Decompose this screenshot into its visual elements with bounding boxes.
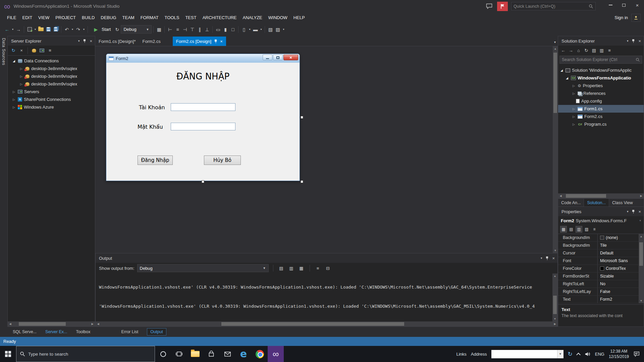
previous-message-icon[interactable]: ▥ [288, 264, 295, 272]
property-row[interactable]: RightToLeftLay False [558, 288, 644, 296]
bring-to-front-icon[interactable]: ▧ [267, 25, 274, 34]
pin-tab-icon[interactable] [214, 39, 218, 44]
tree-item-form1[interactable]: ▷ Form1.cs [558, 105, 644, 113]
scroll-left-icon[interactable]: ◀ [8, 321, 13, 326]
form-designer-surface[interactable]: Form2 × ĐĂNG NHẬP Tài Khoản Mật Khẩu [95, 46, 558, 253]
chrome-button[interactable] [252, 346, 268, 362]
home-icon[interactable]: ⌂ [575, 47, 582, 54]
toolbar-overflow-icon[interactable]: ▾ [281, 25, 285, 34]
property-row[interactable]: RightToLeft No [558, 280, 644, 288]
volume-icon[interactable] [584, 351, 591, 357]
vertical-spacing-icon[interactable]: ▬ [252, 25, 259, 34]
form-minimize-button[interactable] [263, 55, 272, 60]
tree-item-servers[interactable]: ▷ Servers [8, 88, 95, 96]
properties-icon[interactable]: ≡ [606, 47, 613, 54]
vertical-spacing-dropdown[interactable]: ▾ [259, 25, 263, 34]
make-same-width-icon[interactable]: ▭ [214, 25, 222, 34]
collapse-all-icon[interactable]: ▤ [590, 47, 598, 54]
scrollbar-thumb[interactable] [566, 194, 606, 198]
scroll-up-icon[interactable]: ▲ [639, 234, 644, 239]
sync-active-document-icon[interactable]: ↻ [583, 47, 590, 54]
expander-icon[interactable]: ▷ [572, 115, 576, 118]
solution-search-input[interactable] [562, 57, 636, 62]
restart-icon[interactable]: ↻ [113, 25, 121, 34]
close-panel-icon[interactable]: × [552, 256, 555, 261]
save-all-icon[interactable] [52, 25, 59, 34]
maximize-button[interactable] [617, 0, 631, 10]
solution-explorer-hscrollbar[interactable]: ◀ ▶ [558, 193, 644, 198]
tab-toolbox[interactable]: Toolbox [76, 329, 90, 334]
menu-format[interactable]: FORMAT [138, 12, 162, 23]
clear-all-icon[interactable]: ≡ [314, 264, 322, 272]
go-to-message-icon[interactable]: ▤ [278, 264, 285, 272]
property-row[interactable]: FormBorderSt Sizable [558, 273, 644, 280]
taskbar-search-input[interactable] [28, 352, 151, 357]
expander-icon[interactable]: ◢ [565, 76, 569, 80]
horizontal-spacing-dropdown[interactable]: ▾ [248, 25, 252, 34]
file-explorer-button[interactable] [187, 346, 203, 362]
back-icon[interactable]: ← [559, 47, 567, 54]
form2-body[interactable]: ĐĂNG NHẬP Tài Khoản Mật Khẩu Đăng Nhập H… [106, 63, 300, 181]
output-text-area[interactable]: WindowsFormsApplication1.vshost.exe' (CL… [96, 274, 557, 321]
scroll-down-icon[interactable]: ▼ [639, 298, 644, 303]
expander-icon[interactable]: ◢ [559, 69, 564, 72]
property-row[interactable]: BackgroundIm Tile [558, 242, 644, 249]
expander-icon[interactable]: ▷ [572, 92, 576, 95]
expander-icon[interactable]: ▷ [12, 90, 16, 94]
resize-handle-bottom[interactable] [202, 180, 204, 183]
tab-class-view[interactable]: Class View [609, 199, 636, 206]
redo-dropdown[interactable]: ▾ [82, 25, 86, 34]
tree-item-sql-connection[interactable]: ▷ desktop-3e8nm9v\sqlex [8, 72, 95, 80]
refresh-desktop-icon[interactable]: ↻ [568, 351, 573, 358]
navigate-forward-icon[interactable]: → [15, 25, 22, 34]
scroll-right-icon[interactable]: ▶ [552, 321, 557, 326]
align-lefts-icon[interactable]: ⊢ [166, 25, 174, 34]
output-vscrollbar[interactable]: ▲ ▼ [552, 274, 557, 321]
tree-item-data-connections[interactable]: ◢ Data Connections [8, 57, 95, 65]
address-input[interactable] [491, 350, 557, 358]
scrollbar-thumb[interactable] [221, 322, 404, 326]
redo-icon[interactable]: ↷ [74, 25, 82, 34]
expander-icon[interactable]: ◢ [12, 59, 16, 63]
menu-test[interactable]: TEST [182, 12, 199, 23]
tree-item-sql-connection[interactable]: ▷ desktop-3e8nm9v\sqlex [8, 80, 95, 88]
tree-item-properties[interactable]: ▷ ⚙ Properties [558, 82, 644, 89]
new-project-dropdown[interactable]: ▾ [33, 25, 37, 34]
tree-item-solution[interactable]: ◢ Solution 'WindowsFormsApplic [558, 66, 644, 74]
notifications-flag-button[interactable] [497, 2, 508, 11]
menu-architecture[interactable]: ARCHITECTURE [200, 12, 240, 23]
username-label[interactable]: Tài Khoản [139, 104, 165, 111]
show-hidden-icons-chevron[interactable] [576, 353, 581, 357]
connect-to-server-icon[interactable] [38, 47, 46, 54]
tree-item-program[interactable]: ▷ C# Program.cs [558, 120, 644, 128]
window-position-icon[interactable]: ▾ [627, 210, 629, 213]
property-row[interactable]: Text Form2 [558, 296, 644, 303]
tree-item-windows-azure[interactable]: ▷ Windows Azure [8, 103, 95, 111]
form-close-button[interactable]: × [283, 55, 298, 60]
scrollbar-thumb[interactable] [553, 296, 557, 314]
show-all-files-icon[interactable]: ▥ [598, 47, 605, 54]
password-textbox[interactable] [171, 123, 235, 130]
tab-data-sources[interactable]: Data Sources [1, 38, 6, 65]
property-row[interactable]: Cursor Default [558, 249, 644, 257]
scroll-left-icon[interactable]: ◀ [558, 193, 563, 198]
property-row[interactable]: BackgroundIm (none) [558, 234, 644, 242]
output-hscrollbar[interactable]: ◀ ▶ [96, 321, 557, 326]
menu-build[interactable]: BUILD [79, 12, 98, 23]
align-rights-icon[interactable]: ⊣ [181, 25, 189, 34]
tree-item-references[interactable]: ▷ References [558, 89, 644, 97]
designer-vscrollbar[interactable]: ▲ ▼ [553, 46, 558, 253]
tree-item-app-config[interactable]: App.config [558, 97, 644, 105]
menu-team[interactable]: TEAM [119, 12, 138, 23]
menu-tools[interactable]: TOOLS [162, 12, 182, 23]
tab-sql-server[interactable]: SQL Serve... [13, 329, 37, 334]
output-source-combo[interactable]: Debug ▼ [137, 264, 269, 272]
make-same-size-icon[interactable]: □ [229, 25, 236, 34]
feedback-icon[interactable] [486, 3, 492, 9]
alphabetical-icon[interactable]: ▤ [568, 226, 575, 233]
resize-handle-right[interactable] [301, 116, 303, 119]
send-to-back-icon[interactable]: ▨ [274, 25, 281, 34]
save-icon[interactable] [45, 25, 52, 34]
expander-icon[interactable]: ▷ [19, 67, 23, 70]
expander-icon[interactable]: ▷ [572, 123, 576, 126]
